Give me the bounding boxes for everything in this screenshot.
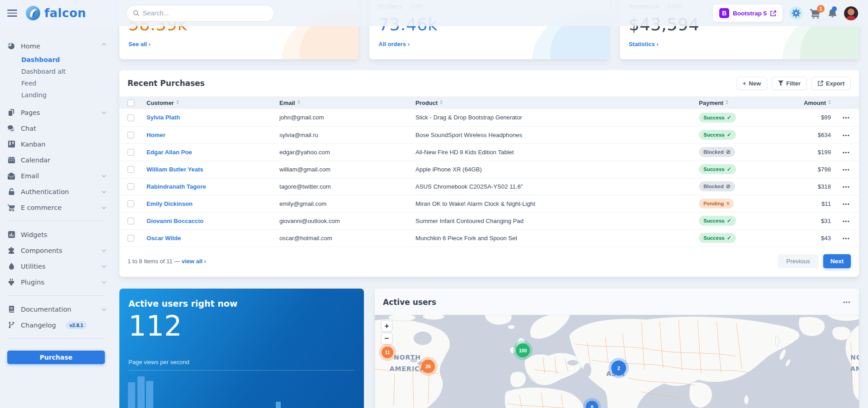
sidebar-item-kanban[interactable]: Kanban <box>7 136 108 152</box>
view-all-link[interactable]: view all <box>182 258 206 265</box>
top-navbar: falcon Search... B Bootstrap 5 <box>0 0 868 26</box>
search-input[interactable]: Search... <box>126 5 274 22</box>
sidebar-item-plugins[interactable]: Plugins <box>7 274 108 290</box>
column-email[interactable]: Email <box>277 96 413 109</box>
map-marker[interactable]: 26 <box>421 360 435 373</box>
export-button[interactable]: Export <box>811 77 851 90</box>
sidebar-item-authentication[interactable]: Authentication <box>7 184 108 199</box>
sidebar-item-calendar[interactable]: Calendar <box>7 152 108 168</box>
cart-count-badge: 1 <box>817 5 825 13</box>
customer-link[interactable]: Oscar Wilde <box>146 235 181 242</box>
row-checkbox[interactable] <box>127 166 134 173</box>
notifications-button[interactable] <box>828 8 837 19</box>
payment-status-badge: Success✓ <box>699 233 736 243</box>
select-all-checkbox[interactable] <box>127 100 134 106</box>
customer-link[interactable]: Sylvia Plath <box>146 114 180 121</box>
sidebar-item-changelog[interactable]: Changelog v2.8.1 <box>7 317 108 333</box>
sidebar-item-label: Home <box>21 43 40 50</box>
sidebar-item-utilities[interactable]: Utilities <box>7 258 108 274</box>
customer-email: john@gmail.com <box>277 109 413 126</box>
bootstrap-version-button[interactable]: B Bootstrap 5 <box>713 5 783 22</box>
row-actions-button[interactable]: ••• <box>843 218 850 224</box>
sidebar-divider <box>7 338 105 339</box>
customer-link[interactable]: Rabindranath Tagore <box>146 183 206 190</box>
customer-link[interactable]: Homer <box>146 132 165 138</box>
row-checkbox[interactable] <box>127 149 134 156</box>
settings-button[interactable] <box>789 6 803 20</box>
sidebar-item-pages[interactable]: Pages <box>7 104 108 120</box>
customer-email: tagore@twitter.com <box>277 178 413 195</box>
user-avatar[interactable] <box>844 6 858 20</box>
product-name: Summer Infant Contoured Changing Pad <box>413 212 696 229</box>
previous-button[interactable]: Previous <box>778 254 819 268</box>
customer-link[interactable]: William Butler Yeats <box>146 166 203 173</box>
sidebar-item-widgets[interactable]: Widgets <box>7 227 108 242</box>
customer-email: oscar@hotmail.com <box>277 229 413 247</box>
map-marker[interactable]: 2 <box>611 361 626 375</box>
row-checkbox[interactable] <box>127 132 134 138</box>
row-checkbox[interactable] <box>127 218 134 224</box>
amount-cell: $798 <box>766 161 834 178</box>
sidebar-item-feed[interactable]: Feed <box>7 77 108 89</box>
falcon-logo-icon <box>25 5 41 21</box>
cart-button[interactable]: 1 <box>810 8 821 19</box>
row-actions-button[interactable]: ••• <box>843 236 850 241</box>
chevron-down-icon <box>102 109 106 114</box>
map-marker[interactable]: 11 <box>382 346 393 358</box>
active-users-now-title: Active users right now <box>128 299 355 308</box>
row-actions-button[interactable]: ••• <box>843 133 850 138</box>
column-amount[interactable]: Amount <box>766 96 834 109</box>
divider <box>128 370 355 370</box>
shopping-cart-icon <box>7 204 15 211</box>
status-icon: ✓ <box>727 235 731 241</box>
search-icon <box>133 10 139 16</box>
customer-link[interactable]: Emily Dickinson <box>146 200 193 207</box>
hamburger-menu-button[interactable] <box>7 9 17 17</box>
row-actions-button[interactable]: ••• <box>843 201 850 207</box>
row-checkbox[interactable] <box>127 200 134 207</box>
brand-logo[interactable]: falcon <box>25 5 86 21</box>
row-checkbox[interactable] <box>127 183 134 190</box>
amount-cell: $99 <box>766 109 834 126</box>
status-icon: ⊘ <box>726 183 731 190</box>
customer-link[interactable]: Edgar Allan Poe <box>146 149 192 156</box>
amount-cell: $43 <box>766 229 834 247</box>
payment-status-badge: Success✓ <box>699 216 736 226</box>
sidebar-item-dashboard-alt[interactable]: Dashboard alt <box>7 66 108 77</box>
map-zoom-in-button[interactable]: + <box>381 320 392 332</box>
sidebar-item-documentation[interactable]: Documentation <box>7 301 108 317</box>
sidebar-item-dashboard[interactable]: Dashboard <box>7 54 108 66</box>
sidebar-item-landing[interactable]: Landing <box>7 89 108 101</box>
bar-chart-icon <box>7 231 15 238</box>
sidebar: Home Dashboard Dashboard alt Feed Landin… <box>0 26 114 408</box>
row-checkbox[interactable] <box>127 114 134 121</box>
row-actions-button[interactable]: ••• <box>843 167 850 172</box>
world-map[interactable]: Atlantic + − NORTHAMERICA ASIA NOAME 11 … <box>375 315 859 408</box>
plug-icon <box>7 279 15 285</box>
map-zoom-out-button[interactable]: − <box>381 333 392 344</box>
row-checkbox[interactable] <box>127 235 134 242</box>
column-customer[interactable]: Customer <box>144 96 277 109</box>
row-actions-button[interactable]: ••• <box>843 115 850 120</box>
status-icon: ≡ <box>726 200 729 207</box>
sidebar-item-email[interactable]: Email <box>7 168 108 184</box>
row-actions-button[interactable]: ••• <box>843 150 850 155</box>
main-content: 58.39k See all Orders 0.0% 73.46k All or… <box>119 0 859 408</box>
amount-cell: $31 <box>766 212 834 229</box>
card-menu-button[interactable]: ••• <box>843 299 851 305</box>
purchase-button[interactable]: Purchase <box>7 351 105 364</box>
active-users-count: 112 <box>128 311 355 341</box>
sidebar-item-chat[interactable]: Chat <box>7 120 108 136</box>
filter-button[interactable]: Filter <box>772 77 807 90</box>
next-button[interactable]: Next <box>823 254 851 268</box>
map-marker[interactable]: 100 <box>516 343 530 357</box>
column-payment[interactable]: Payment <box>696 96 766 109</box>
sidebar-item-home[interactable]: Home <box>7 38 108 54</box>
column-product[interactable]: Product <box>413 96 696 109</box>
sidebar-item-ecommerce[interactable]: E commerce <box>7 199 108 215</box>
row-actions-button[interactable]: ••• <box>843 184 850 190</box>
new-button[interactable]: +New <box>736 77 767 90</box>
sidebar-item-components[interactable]: Components <box>7 242 108 258</box>
filter-icon <box>778 81 783 86</box>
customer-link[interactable]: Giovanni Boccaccio <box>146 218 203 224</box>
